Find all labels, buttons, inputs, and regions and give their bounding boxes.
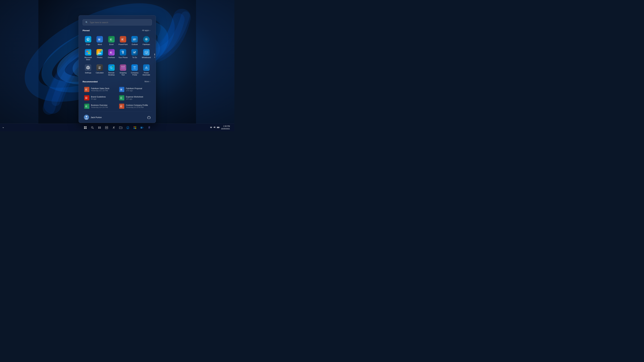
svg-point-29 (123, 53, 123, 54)
battery-icon[interactable] (217, 126, 220, 129)
fabrikam-icon (143, 36, 150, 42)
notification-bell[interactable] (231, 124, 232, 131)
chat-button[interactable] (110, 124, 117, 131)
app-yourphone[interactable]: Your Phone (118, 47, 128, 62)
svg-rect-40 (99, 68, 99, 69)
rec-info-expense-worksheet: Expense Worksheet 12h ago (126, 96, 150, 100)
volume-icon[interactable] (213, 126, 216, 129)
rec-fabrikam-proposal[interactable]: W Fabrikam Proposal 17m ago (118, 86, 152, 93)
rec-info-contoso-profile: Contoso Company Profile Yesterday at 10:… (126, 104, 150, 108)
svg-rect-45 (110, 68, 112, 69)
app-photos[interactable]: Photos (94, 47, 105, 62)
recommended-section: Recommended More › P Fabrika (82, 80, 152, 110)
rec-fabrikam-sales[interactable]: P Fabrikam Sales Deck Yesterday at 1:15 … (82, 86, 117, 93)
scroll-dot-3 (154, 57, 155, 58)
svg-point-50 (122, 66, 122, 66)
rec-contoso-profile[interactable]: P Contoso Company Profile Yesterday at 1… (118, 102, 152, 110)
app-excel[interactable]: X Excel (106, 34, 117, 47)
start-menu: 🔍 Pinned All apps › (78, 15, 156, 123)
excel-icon: X (108, 36, 115, 42)
photos-label: Photos (97, 56, 102, 58)
app-companyportal[interactable]: Company Portal (129, 63, 140, 77)
taskbar-search[interactable] (89, 124, 96, 131)
power-button[interactable] (146, 114, 152, 120)
rec-name-business-overview: Business Overview (91, 104, 115, 106)
file-explorer-button[interactable] (118, 124, 124, 131)
svg-rect-87 (135, 128, 136, 129)
calculator-icon (96, 64, 103, 71)
svg-rect-38 (100, 67, 100, 68)
app-todo[interactable]: To Do (129, 47, 140, 62)
app-settings[interactable]: Settings (82, 63, 94, 77)
search-bar[interactable]: 🔍 (82, 19, 152, 25)
svg-rect-86 (134, 128, 135, 129)
app-calculator[interactable]: Calculator (94, 63, 105, 77)
rec-time-brand-guidelines: 2h ago (91, 98, 115, 100)
rec-name-contoso-profile: Contoso Company Profile (126, 104, 150, 106)
recommended-grid: P Fabrikam Sales Deck Yesterday at 1:15 … (82, 86, 152, 110)
clock-date: 10/20/2021 (221, 128, 230, 130)
svg-rect-69 (84, 126, 85, 127)
taskbar-teams[interactable] (146, 124, 152, 131)
rec-brand-guidelines[interactable]: PDF Brand Guidelines 2h ago (82, 94, 117, 102)
app-powerautomate[interactable]: Power Automate (141, 63, 152, 77)
onenote-icon: N (108, 49, 115, 55)
app-msstore[interactable]: Microsoft Store (82, 47, 94, 62)
rec-business-overview[interactable]: X Business Overview Yesterday at 4:24 PM (82, 102, 117, 110)
app-remotedesktop[interactable]: ✓ Remote Desktop (106, 63, 117, 77)
svg-rect-70 (86, 126, 86, 127)
svg-text:X: X (120, 97, 122, 99)
wifi-icon[interactable] (210, 126, 212, 129)
app-snipping[interactable]: Snipping Tool (118, 63, 128, 77)
rec-expense-worksheet[interactable]: X Expense Worksheet 12h ago (118, 94, 152, 102)
search-icon: 🔍 (85, 21, 88, 24)
svg-rect-89 (142, 127, 144, 128)
system-tray (210, 126, 220, 129)
svg-text:P: P (122, 39, 123, 40)
word-label: Word (98, 43, 102, 45)
svg-point-68 (86, 116, 87, 117)
taskbar-outlook[interactable]: O (139, 124, 145, 131)
svg-rect-95 (219, 127, 220, 128)
svg-rect-14 (134, 38, 136, 40)
photos-icon (96, 49, 103, 55)
widgets-button[interactable] (103, 124, 110, 131)
rec-icon-pdf1: PDF (84, 95, 89, 100)
svg-rect-80 (107, 127, 108, 127)
start-footer: Jack Purton (82, 112, 152, 123)
svg-text:P: P (120, 105, 122, 107)
svg-rect-37 (99, 67, 99, 68)
rec-icon-ppt2: P (119, 104, 124, 109)
svg-point-91 (149, 126, 150, 127)
svg-rect-33 (146, 53, 146, 54)
app-powerpoint[interactable]: P PowerPoint (118, 34, 128, 47)
app-outlook[interactable]: O Outlook (129, 34, 140, 47)
app-word[interactable]: W Word (94, 34, 105, 47)
taskbar-time[interactable]: 2:30 PM 10/20/2021 (221, 125, 230, 130)
msstore-label: Microsoft Store (83, 56, 93, 61)
rec-name-expense-worksheet: Expense Worksheet (126, 96, 150, 98)
taskview-button[interactable] (96, 124, 103, 131)
yourphone-label: Your Phone (118, 56, 128, 58)
notification-chevron[interactable] (2, 125, 4, 130)
app-edge[interactable]: Edge (82, 34, 94, 47)
start-button[interactable] (82, 124, 88, 131)
powerautomate-icon (143, 64, 150, 71)
svg-rect-28 (122, 51, 124, 53)
app-fabrikam[interactable]: Fabrikam (141, 34, 152, 47)
rec-icon-excel2: X (84, 104, 89, 109)
svg-text:O: O (133, 39, 134, 40)
app-onenote[interactable]: N OneNote (106, 47, 117, 62)
snipping-label: Snipping Tool (118, 72, 128, 76)
more-link[interactable]: More › (143, 80, 152, 83)
app-whiteboard[interactable]: Whiteboard (141, 47, 152, 62)
search-input[interactable] (90, 21, 149, 24)
taskbar-store[interactable] (132, 124, 138, 131)
recommended-header: Recommended More › (82, 80, 152, 83)
whiteboard-icon (143, 49, 150, 55)
taskbar-edge[interactable] (124, 124, 131, 131)
svg-point-51 (124, 66, 124, 66)
fabrikam-label: Fabrikam (143, 43, 150, 45)
all-apps-link[interactable]: All apps › (140, 29, 152, 32)
user-profile[interactable]: Jack Purton (82, 114, 103, 120)
